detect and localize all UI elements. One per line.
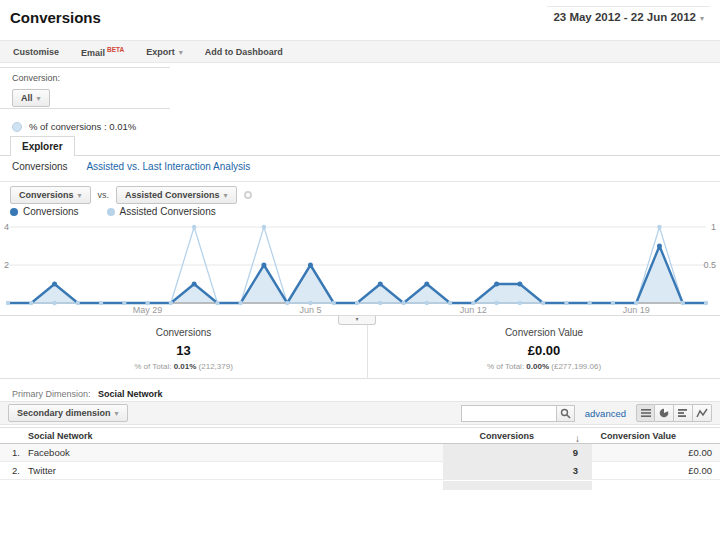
chevron-down-icon: ▾ xyxy=(224,191,228,200)
secondary-metric-value: Assisted Conversions xyxy=(125,190,220,200)
tab-baseline-divider xyxy=(0,155,720,156)
summary-card-conversions: Conversions 13 % of Total: 0.01% (212,37… xyxy=(0,316,368,378)
email-label: Email xyxy=(81,48,105,58)
chart-collapse-handle[interactable]: ▾ xyxy=(338,316,376,325)
row-name-cell: 1.Facebook xyxy=(0,444,443,461)
chevron-down-icon: ▾ xyxy=(355,316,358,322)
subnav-assisted-analysis-link[interactable]: Assisted vs. Last Interaction Analysis xyxy=(86,161,250,172)
email-button[interactable]: EmailBETA xyxy=(81,46,124,58)
summary-card-conversion-value: Conversion Value £0.00 % of Total: 0.00%… xyxy=(368,316,720,378)
customise-button[interactable]: Customise xyxy=(13,47,59,57)
row-conversions-cell: 9 xyxy=(443,444,592,461)
primary-metric-value: Conversions xyxy=(19,190,74,200)
table-view-icon xyxy=(640,407,652,419)
primary-dimension-label: Primary Dimension: xyxy=(12,389,91,399)
column-header-social-network[interactable]: Social Network xyxy=(0,431,443,441)
view-toggle-group xyxy=(636,404,712,422)
pct-label: % of Total: xyxy=(134,362,171,371)
primary-dimension-social-network[interactable]: Social Network xyxy=(98,389,163,399)
chevron-down-icon: ▾ xyxy=(700,14,704,23)
page-title: Conversions xyxy=(10,9,101,26)
secondary-dimension-label: Secondary dimension xyxy=(17,408,111,418)
svg-text:Jun 12: Jun 12 xyxy=(460,305,487,315)
row-name-cell: 2.Twitter xyxy=(0,462,443,479)
report-subnav: Conversions Assisted vs. Last Interactio… xyxy=(12,161,250,172)
svg-text:May 29: May 29 xyxy=(133,305,163,315)
svg-text:Jun 5: Jun 5 xyxy=(299,305,321,315)
date-range-label: 23 May 2012 - 22 Jun 2012 xyxy=(553,11,696,23)
summary-title: Conversion Value xyxy=(368,327,720,338)
summary-title: Conversions xyxy=(0,327,367,338)
summary-subtext: % of Total: 0.00% (£277,199.06) xyxy=(368,362,720,371)
bar-chart-icon xyxy=(677,407,689,419)
pivot-view-button[interactable] xyxy=(693,404,712,422)
svg-text:2: 2 xyxy=(4,260,9,270)
pct-label: % of Total: xyxy=(487,362,524,371)
search-icon xyxy=(560,408,571,419)
row-conversion-value-cell: £0.00 xyxy=(592,462,720,479)
export-label: Export xyxy=(146,47,175,57)
chevron-down-icon: ▾ xyxy=(78,191,82,200)
analytics-conversions-page: Conversions 23 May 2012 - 22 Jun 2012▾ C… xyxy=(0,0,720,540)
summary-value: £0.00 xyxy=(368,343,720,358)
chevron-down-icon: ▾ xyxy=(115,409,119,418)
column-header-conversion-value[interactable]: Conversion Value xyxy=(592,431,720,441)
subnav-conversions[interactable]: Conversions xyxy=(12,161,68,172)
pct-total: (£277,199.06) xyxy=(551,362,601,371)
percentage-view-button[interactable] xyxy=(655,404,674,422)
vs-label: vs. xyxy=(98,190,110,200)
partial-row-strip xyxy=(443,481,592,490)
primary-dimension-row: Primary Dimension: Social Network xyxy=(12,389,163,399)
conversion-selector-block: Conversion: All▾ xyxy=(0,67,170,109)
tab-explorer[interactable]: Explorer xyxy=(10,136,75,156)
chart-metric-controls: Conversions▾ vs. Assisted Conversions▾ xyxy=(10,186,252,204)
beta-badge: BETA xyxy=(107,46,124,53)
table-controls-bar: Secondary dimension▾ advanced xyxy=(0,401,720,425)
row-rank: 2. xyxy=(12,462,28,480)
performance-view-button[interactable] xyxy=(674,404,693,422)
pct-total: (212,379) xyxy=(199,362,233,371)
conversion-rate-text: % of conversions : 0.01% xyxy=(29,121,136,132)
svg-text:4: 4 xyxy=(4,222,9,232)
row-rank: 1. xyxy=(12,444,28,462)
row-conversion-value-cell: £0.00 xyxy=(592,444,720,461)
social-network-table: Social Network Conversions ↓ Conversion … xyxy=(0,427,720,480)
sort-descending-icon[interactable]: ↓ xyxy=(575,433,580,444)
svg-text:0.5: 0.5 xyxy=(703,260,716,270)
pivot-icon xyxy=(696,407,708,419)
date-range-selector[interactable]: 23 May 2012 - 22 Jun 2012▾ xyxy=(547,6,710,26)
advanced-search-link[interactable]: advanced xyxy=(585,408,626,419)
pct-value: 0.01% xyxy=(174,362,197,371)
table-view-button[interactable] xyxy=(636,404,655,422)
pct-value: 0.00% xyxy=(526,362,549,371)
summary-subtext: % of Total: 0.01% (212,379) xyxy=(0,362,367,371)
secondary-metric-dropdown[interactable]: Assisted Conversions▾ xyxy=(116,186,237,204)
conversion-type-dropdown[interactable]: All▾ xyxy=(12,89,50,107)
report-toolbar: Customise EmailBETA Export▾ Add to Dashb… xyxy=(0,40,720,63)
secondary-dimension-dropdown[interactable]: Secondary dimension▾ xyxy=(8,404,128,422)
table-header-row: Social Network Conversions ↓ Conversion … xyxy=(0,427,720,444)
remove-metric-icon[interactable] xyxy=(244,191,252,199)
chevron-down-icon: ▾ xyxy=(179,48,183,57)
primary-metric-dropdown[interactable]: Conversions▾ xyxy=(10,186,91,204)
export-button[interactable]: Export▾ xyxy=(146,47,183,57)
column-header-conversions[interactable]: Conversions ↓ xyxy=(443,431,592,441)
table-row[interactable]: 2.Twitter 3 £0.00 xyxy=(0,462,720,480)
conversions-timeline-chart[interactable]: 240.51May 29Jun 5Jun 12Jun 19 xyxy=(0,212,720,316)
svg-text:1: 1 xyxy=(711,222,716,232)
row-name-twitter[interactable]: Twitter xyxy=(28,465,56,476)
summary-cards: Conversions 13 % of Total: 0.01% (212,37… xyxy=(0,316,720,379)
row-conversions-cell: 3 xyxy=(443,462,592,479)
conversion-rate-line: % of conversions : 0.01% xyxy=(12,121,136,132)
column-header-label: Conversions xyxy=(479,431,534,441)
table-row[interactable]: 1.Facebook 9 £0.00 xyxy=(0,444,720,462)
search-button[interactable] xyxy=(556,405,575,422)
row-name-facebook[interactable]: Facebook xyxy=(28,447,70,458)
metric-dot-icon xyxy=(12,122,22,132)
summary-value: 13 xyxy=(0,343,367,358)
table-search-input[interactable] xyxy=(461,405,556,422)
conversion-type-value: All xyxy=(21,93,33,103)
pie-chart-icon xyxy=(658,407,670,419)
chevron-down-icon: ▾ xyxy=(37,94,41,103)
add-to-dashboard-button[interactable]: Add to Dashboard xyxy=(205,47,283,57)
